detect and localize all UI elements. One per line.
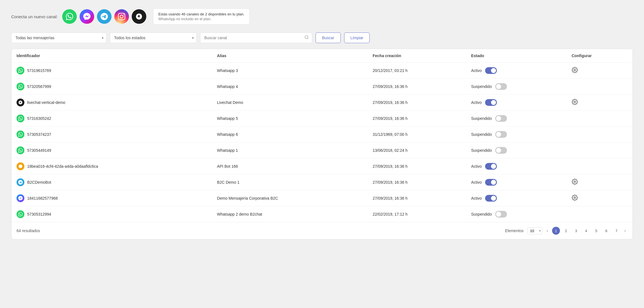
next-page-button[interactable]: › <box>623 227 627 234</box>
status-badge: Suspendido <box>471 132 492 137</box>
row-id-text: 18411682577968 <box>27 196 58 200</box>
page-3-button[interactable]: 3 <box>572 227 580 235</box>
search-wrapper <box>200 32 312 43</box>
toggle-switch[interactable] <box>495 115 507 122</box>
col-header-estado: Estado <box>466 49 567 63</box>
toggle-switch[interactable] <box>495 131 507 138</box>
estado-select[interactable]: Todos los estados <box>110 32 197 43</box>
row-6-estado: Activo <box>466 158 567 174</box>
row-id-text: 57320567999 <box>27 84 51 89</box>
toggle-switch[interactable] <box>485 67 497 74</box>
status-badge: Activo <box>471 68 482 73</box>
row-id-text: 57316305242 <box>27 116 51 121</box>
row-4-estado: Suspendido <box>466 127 567 143</box>
gear-icon[interactable] <box>572 100 578 106</box>
svg-point-4 <box>574 181 576 183</box>
table-row: 57305312994 Whatsapp 2 demo B2chat22/02/… <box>11 206 633 222</box>
row-0-id-cell: 57319615769 <box>11 63 212 79</box>
table-row: 57316305242 Whatsapp 527/09/2019, 16:36 … <box>11 111 633 127</box>
row-3-alias: Whatsapp 5 <box>212 111 367 127</box>
per-page-select[interactable]: 10 25 50 100 <box>527 227 543 234</box>
row-2-alias: Livechat Demo <box>212 95 367 111</box>
status-badge: Activo <box>471 164 482 169</box>
table-row: 57320567999 Whatsapp 427/09/2019, 16:36 … <box>11 79 633 95</box>
row-5-alias: Whatsapp 1 <box>212 143 367 158</box>
page-1-button[interactable]: 1 <box>552 227 560 235</box>
svg-point-3 <box>18 164 22 168</box>
filters-row: Todas las mensajerías Todos los estados … <box>11 32 633 43</box>
row-6-configure <box>567 158 633 174</box>
status-badge: Suspendido <box>471 116 492 121</box>
telegram-channel-button[interactable] <box>97 9 112 24</box>
prev-page-button[interactable]: ‹ <box>545 227 550 234</box>
channel-icons <box>62 9 146 24</box>
row-1-fecha: 27/09/2019, 16:36 h <box>368 79 466 95</box>
row-icon-livechat <box>17 99 24 106</box>
row-5-id-cell: 57305449149 <box>11 143 212 158</box>
row-5-estado: Suspendido <box>466 143 567 158</box>
instagram-channel-button[interactable] <box>114 9 129 24</box>
search-icon <box>304 35 309 41</box>
toggle-switch[interactable] <box>495 83 507 90</box>
messenger-channel-button[interactable] <box>80 9 94 24</box>
row-icon-whatsapp <box>17 130 24 138</box>
svg-point-1 <box>574 69 576 71</box>
status-badge: Suspendido <box>471 212 492 216</box>
mensajeria-select-wrapper: Todas las mensajerías <box>11 32 106 43</box>
toggle-switch[interactable] <box>485 179 497 186</box>
toggle-switch[interactable] <box>485 195 497 202</box>
row-id-text: 57305374237 <box>27 132 51 137</box>
per-page-wrapper: 10 25 50 100 <box>527 227 543 234</box>
row-1-id-cell: 57320567999 <box>11 79 212 95</box>
gear-icon[interactable] <box>572 180 578 186</box>
table-header-row: Identificador Alias Fecha creación Estad… <box>11 49 633 63</box>
page-2-button[interactable]: 2 <box>562 227 570 235</box>
row-icon-telegram <box>17 178 24 186</box>
row-1-estado: Suspendido <box>466 79 567 95</box>
row-icon-whatsapp <box>17 115 24 122</box>
row-9-id-cell: 57305312994 <box>11 206 212 222</box>
table-row: 57305449149 Whatsapp 113/06/2018, 02:24 … <box>11 143 633 158</box>
table-row: 18411682577968 Demo Mensajería Corporati… <box>11 190 633 206</box>
row-icon-whatsapp <box>17 67 24 74</box>
row-id-text: 18bea016-4cf4-42da-a4da-a0daafldc6ca <box>27 164 98 169</box>
row-7-estado: Activo <box>466 174 567 190</box>
toggle-switch[interactable] <box>495 147 507 154</box>
row-6-fecha: 27/09/2019, 16:36 h <box>368 158 466 174</box>
row-icon-whatsapp <box>17 210 24 218</box>
livechat-channel-button[interactable] <box>132 9 146 24</box>
search-input[interactable] <box>200 32 312 43</box>
row-icon-api <box>17 162 24 170</box>
limpiar-button[interactable]: Limpiar <box>344 32 370 43</box>
row-5-configure <box>567 143 633 158</box>
row-0-alias: Whatsapp 3 <box>212 63 367 79</box>
row-2-estado: Activo <box>466 95 567 111</box>
row-9-configure <box>567 206 633 222</box>
row-8-alias: Demo Mensajería Corporativa B2C <box>212 190 367 206</box>
table-row: 57305374237 Whatsapp 631/12/1969, 07:00 … <box>11 127 633 143</box>
toggle-switch[interactable] <box>485 163 497 170</box>
mensajeria-select[interactable]: Todas las mensajerías <box>11 32 106 43</box>
whatsapp-channel-button[interactable] <box>62 9 77 24</box>
row-2-configure <box>567 95 633 111</box>
plan-notice: Estás usando 46 canales de 2 disponibles… <box>153 8 250 25</box>
page-6-button[interactable]: 6 <box>603 227 610 235</box>
page-7-button[interactable]: 7 <box>613 227 620 235</box>
gear-icon[interactable] <box>572 68 578 74</box>
row-icon-whatsapp <box>17 146 24 154</box>
estado-select-wrapper: Todos los estados <box>110 32 197 43</box>
row-id-text: 57319615769 <box>27 68 51 73</box>
page-4-button[interactable]: 4 <box>582 227 590 235</box>
row-id-text: B2CDemoBot <box>27 180 51 185</box>
table-row: 57319615769 Whatsapp 320/12/2017, 03:21 … <box>11 63 633 79</box>
toggle-switch[interactable] <box>485 99 497 106</box>
row-4-configure <box>567 127 633 143</box>
row-3-configure <box>567 111 633 127</box>
toggle-switch[interactable] <box>495 211 507 218</box>
svg-point-2 <box>574 101 576 103</box>
page-5-button[interactable]: 5 <box>592 227 600 235</box>
row-3-fecha: 27/09/2019, 16:36 h <box>368 111 466 127</box>
col-header-configurar: Configurar <box>567 49 633 63</box>
buscar-button[interactable]: Buscar <box>316 32 341 43</box>
gear-icon[interactable] <box>572 196 578 202</box>
